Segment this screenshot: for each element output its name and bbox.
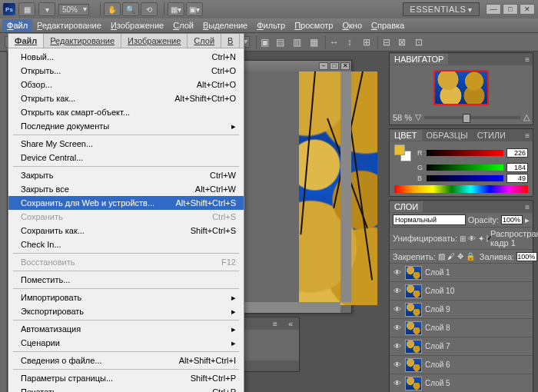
menu-select[interactable]: Выделение [198, 19, 252, 32]
opt-icon[interactable]: ↕ [342, 35, 357, 49]
color-spectrum[interactable] [394, 185, 528, 193]
menu-item[interactable]: ЗакрытьCtrl+W [8, 168, 244, 182]
dd-tab-image[interactable]: Изображение [121, 34, 188, 48]
panel-menu-icon[interactable]: ≡ [522, 203, 533, 211]
visibility-icon[interactable]: 👁 [393, 360, 402, 370]
scrollbar-vertical[interactable] [340, 71, 351, 302]
swatches-tab[interactable]: ОБРАЗЦЫ [422, 130, 473, 141]
visibility-icon[interactable]: 👁 [393, 268, 402, 277]
menu-edit[interactable]: Редактирование [32, 19, 106, 32]
menu-item[interactable]: Открыть как смарт-объект... [8, 105, 244, 119]
menu-item[interactable]: Обзор...Alt+Ctrl+O [8, 78, 244, 91]
toolbox[interactable] [0, 52, 8, 392]
unify-visibility-icon[interactable]: 👁 [468, 234, 476, 243]
layer-thumbnail[interactable] [405, 340, 422, 354]
layer-row[interactable]: 👁Слой 1 [390, 264, 533, 282]
propagate-checkbox[interactable] [487, 235, 488, 242]
opacity-input[interactable]: 100% [501, 215, 523, 224]
opt-icon[interactable]: ▦ [307, 35, 322, 49]
value-b[interactable]: 49 [506, 174, 528, 183]
doc-minimize-icon[interactable]: − [319, 62, 328, 70]
layer-name[interactable]: Слой 6 [425, 360, 530, 369]
panel-menu-icon[interactable]: ≡ [270, 320, 281, 328]
layer-name[interactable]: Слой 5 [425, 379, 530, 387]
menu-item[interactable]: Share My Screen... [8, 137, 244, 151]
menu-window[interactable]: Окно [337, 19, 367, 32]
menu-item[interactable]: Сохранить для Web и устройств...Alt+Shif… [8, 196, 244, 210]
menu-item[interactable]: Параметры страницы...Shift+Ctrl+P [8, 371, 244, 385]
layer-name[interactable]: Слой 1 [425, 268, 530, 277]
menu-item[interactable]: Поместить... [8, 273, 244, 287]
bridge-button[interactable]: ▦ [18, 2, 35, 16]
menu-item[interactable]: Сценарии▸ [8, 336, 244, 350]
layer-thumbnail[interactable] [405, 358, 422, 372]
zoom-select[interactable]: 50% [58, 4, 89, 15]
layer-row[interactable]: 👁Слой 9 [390, 301, 533, 319]
slider-g[interactable] [427, 164, 503, 171]
menu-item[interactable]: Device Central... [8, 151, 244, 164]
blend-mode-select[interactable]: Нормальный [393, 214, 466, 225]
view-extras-button[interactable]: ▾ [38, 2, 55, 16]
menu-item[interactable]: Печатать...Ctrl+P [8, 385, 244, 392]
layer-thumbnail[interactable] [405, 266, 422, 280]
slider-b[interactable] [427, 175, 503, 181]
color-tab[interactable]: ЦВЕТ [390, 130, 422, 141]
hand-tool-icon[interactable]: ✋ [104, 2, 121, 16]
layer-name[interactable]: Слой 8 [425, 324, 530, 332]
navigator-tab[interactable]: НАВИГАТОР [390, 54, 448, 65]
menu-item[interactable]: Автоматизация▸ [8, 322, 244, 336]
menu-item[interactable]: Последние документы▸ [8, 119, 244, 133]
menu-filter[interactable]: Фильтр [252, 19, 290, 32]
lock-paint-icon[interactable]: 🖌 [447, 252, 455, 261]
visibility-icon[interactable]: 👁 [393, 342, 402, 351]
menu-item[interactable]: Check In... [8, 238, 244, 251]
lock-all-icon[interactable]: 🔒 [466, 252, 475, 261]
layer-name[interactable]: Слой 9 [425, 305, 530, 314]
rotate-view-icon[interactable]: ⟲ [141, 2, 158, 16]
zoom-in-icon[interactable]: △ [523, 112, 530, 122]
value-r[interactable]: 226 [506, 148, 528, 158]
dd-tab-file[interactable]: Файл [8, 34, 44, 48]
menu-item[interactable]: Новый...Ctrl+N [8, 50, 244, 64]
layer-row[interactable]: 👁Слой 7 [390, 337, 533, 356]
opt-icon[interactable]: ↔ [325, 35, 340, 49]
navigator-zoom-slider[interactable] [424, 116, 520, 119]
layer-row[interactable]: 👁Слой 6 [390, 356, 533, 374]
dd-tab-more[interactable]: В [221, 34, 240, 48]
menu-item[interactable]: Сведения о файле...Alt+Shift+Ctrl+I [8, 354, 244, 367]
layer-name[interactable]: Слой 10 [425, 287, 530, 295]
menu-item[interactable]: Открыть...Ctrl+O [8, 64, 244, 78]
color-swatch[interactable] [394, 145, 411, 161]
slider-r[interactable] [427, 150, 503, 156]
menu-help[interactable]: Справка [367, 19, 409, 32]
visibility-icon[interactable]: 👁 [393, 305, 402, 314]
doc-maximize-icon[interactable]: □ [330, 62, 339, 70]
arrange-docs-button[interactable]: ▦▾ [168, 2, 184, 16]
layer-row[interactable]: 👁Слой 8 [390, 319, 533, 337]
zoom-tool-icon[interactable]: 🔍 [122, 2, 139, 16]
unify-position-icon[interactable]: ⊞ [460, 234, 466, 243]
styles-tab[interactable]: СТИЛИ [473, 130, 510, 141]
maximize-button[interactable]: □ [503, 4, 518, 15]
layer-thumbnail[interactable] [405, 377, 422, 390]
doc-close-icon[interactable]: ✕ [340, 62, 350, 70]
panel-collapse-icon[interactable]: « [285, 319, 296, 328]
opt-icon[interactable]: ⊟ [377, 35, 393, 49]
layer-name[interactable]: Слой 7 [425, 342, 530, 350]
canvas[interactable] [299, 71, 377, 305]
opt-icon[interactable]: ⊞ [359, 35, 374, 49]
panel-menu-icon[interactable]: ≡ [522, 55, 533, 64]
menu-layer[interactable]: Слой [168, 19, 198, 32]
value-g[interactable]: 184 [506, 163, 528, 172]
minimize-button[interactable]: — [486, 4, 501, 15]
layers-tab[interactable]: СЛОИ [390, 201, 423, 212]
layer-thumbnail[interactable] [405, 303, 422, 317]
lock-position-icon[interactable]: ✥ [457, 252, 463, 261]
dd-tab-layer[interactable]: Слой [188, 34, 221, 48]
menu-item[interactable]: Импортировать▸ [8, 291, 244, 304]
layer-thumbnail[interactable] [405, 321, 422, 335]
visibility-icon[interactable]: 👁 [393, 379, 402, 388]
opt-icon[interactable]: ⊠ [394, 35, 410, 49]
layer-row[interactable]: 👁Слой 5 [390, 374, 533, 392]
menu-item[interactable]: Открыть как...Alt+Shift+Ctrl+O [8, 91, 244, 105]
